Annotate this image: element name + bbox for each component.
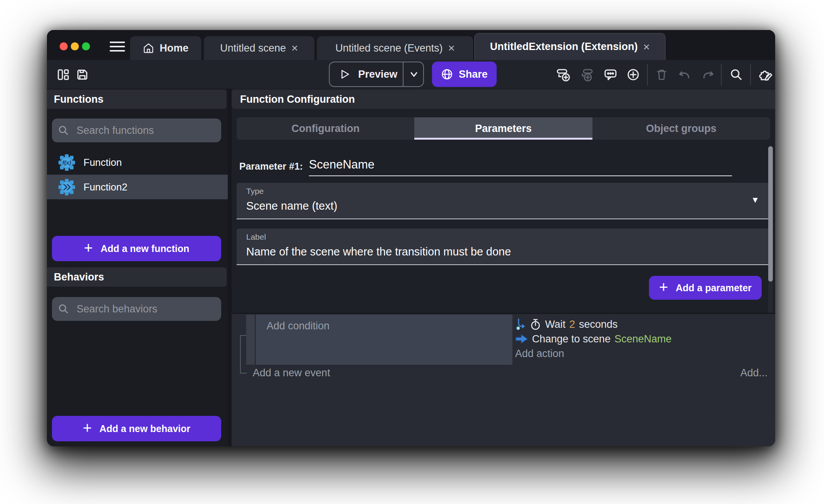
function2-icon [58, 178, 76, 196]
event-gutter[interactable] [246, 315, 255, 365]
add-behavior-button[interactable]: + Add a new behavior [52, 416, 221, 441]
async-icon [515, 318, 526, 330]
dropdown-caret-icon[interactable]: ▼ [751, 195, 759, 205]
play-icon [338, 68, 351, 81]
event-actions-panel: Wait 2 seconds Change to scene SceneName… [515, 317, 769, 361]
svg-text:f(x): f(x) [62, 160, 71, 166]
events-sheet: Add condition [232, 313, 775, 446]
main-menu-icon[interactable] [110, 42, 125, 52]
functions-section-header: Functions [47, 90, 227, 109]
tab-parameters[interactable]: Parameters [414, 117, 592, 140]
close-tab-icon[interactable]: × [448, 42, 455, 54]
plus-icon: + [84, 240, 93, 255]
tab-untitled-scene[interactable]: Untitled scene × [204, 36, 314, 60]
parameter-name-input[interactable]: SceneName [309, 158, 375, 172]
tab-untitled-extension[interactable]: UntitledExtension (Extension) × [474, 33, 666, 60]
search-icon [57, 303, 70, 315]
add-action-link[interactable]: Add action [515, 346, 769, 361]
search-behaviors-box[interactable] [52, 297, 221, 321]
tab-configuration[interactable]: Configuration [237, 117, 414, 140]
close-tab-icon[interactable]: × [643, 41, 650, 53]
function-options-kebab-icon[interactable] [209, 159, 217, 166]
preview-button[interactable]: Preview [329, 62, 424, 87]
zoom-window-button[interactable] [82, 42, 90, 50]
scene-name-value: SceneName [614, 333, 672, 345]
function-icon: f(x) [58, 154, 76, 172]
panel-title: Function Configuration [232, 90, 775, 109]
function-name: Function [83, 157, 209, 169]
add-more-link[interactable]: Add... [740, 367, 767, 379]
share-label: Share [459, 68, 487, 80]
save-icon[interactable] [75, 67, 90, 82]
share-button[interactable]: Share [432, 62, 497, 87]
change-scene-arrow-icon [515, 334, 528, 344]
scrollbar-thumb[interactable] [768, 146, 773, 282]
type-field-value: Scene name (text) [246, 200, 337, 212]
function-list-item-selected[interactable]: Function2 [47, 175, 228, 199]
type-field-label: Type [246, 187, 264, 196]
add-function-button[interactable]: + Add a new function [52, 236, 221, 261]
preview-label: Preview [358, 68, 397, 80]
tab-label: UntitledExtension (Extension) [490, 41, 638, 53]
function-list-item[interactable]: f(x) Function [47, 150, 228, 175]
edit-extension-icon[interactable] [758, 67, 773, 82]
tab-label: Untitled scene (Events) [335, 42, 443, 54]
add-comment-icon[interactable] [603, 67, 618, 82]
toggle-panels-icon[interactable] [55, 67, 71, 82]
app-window: Home Untitled scene × Untitled scene (Ev… [47, 30, 775, 446]
add-parameter-button[interactable]: + Add a parameter [649, 276, 762, 300]
delete-icon[interactable] [654, 67, 669, 82]
label-field-value: Name of the scene where the transition m… [246, 245, 511, 258]
function-options-kebab-icon[interactable] [209, 183, 217, 191]
tab-object-groups[interactable]: Object groups [592, 117, 770, 140]
action-change-scene[interactable]: Change to scene SceneName [515, 332, 769, 346]
wait-seconds-value: 2 [569, 319, 575, 330]
search-icon [57, 124, 70, 137]
parameter-number-label: Parameter #1: [239, 161, 303, 172]
undo-icon[interactable] [677, 67, 692, 82]
redo-icon[interactable] [700, 67, 716, 82]
parameter-header-row: Parameter #1: SceneName [239, 158, 766, 175]
titlebar: Home Untitled scene × Untitled scene (Ev… [47, 30, 775, 60]
search-functions-input[interactable] [77, 125, 203, 137]
label-field-label: Label [246, 232, 266, 242]
label-text-field[interactable]: Label Name of the scene where the transi… [237, 229, 770, 265]
home-icon [143, 42, 154, 54]
tab-label: Untitled scene [220, 42, 286, 54]
function-name: Function2 [83, 181, 209, 193]
search-functions-box[interactable] [52, 118, 221, 142]
tab-untitled-scene-events[interactable]: Untitled scene (Events) × [317, 36, 473, 60]
globe-icon [441, 68, 453, 80]
stopwatch-icon [530, 318, 541, 330]
close-tab-icon[interactable]: × [291, 42, 298, 54]
behaviors-section-header: Behaviors [47, 267, 227, 287]
add-condition-link[interactable]: Add condition [267, 320, 330, 332]
event-conditions-panel[interactable]: Add condition [256, 315, 512, 365]
search-behaviors-input[interactable] [77, 303, 203, 315]
search-icon[interactable] [729, 67, 744, 82]
add-new-event-link[interactable]: Add a new event [253, 367, 330, 379]
preview-options-chevron-icon[interactable] [408, 70, 420, 79]
minimize-window-button[interactable] [71, 42, 79, 50]
tab-home[interactable]: Home [130, 36, 201, 60]
add-subevent-icon[interactable] [580, 67, 595, 82]
add-event-icon[interactable] [555, 67, 571, 82]
plus-icon: + [659, 279, 668, 295]
plus-icon: + [83, 420, 92, 436]
parameter-options-kebab-icon[interactable] [751, 161, 759, 169]
add-circle-icon[interactable] [626, 67, 641, 82]
function-configuration-panel: Function Configuration Configuration Par… [232, 88, 775, 446]
close-window-button[interactable] [60, 42, 68, 50]
type-select-field[interactable]: Type Scene name (text) ▼ [237, 183, 770, 219]
action-wait[interactable]: Wait 2 seconds [515, 317, 769, 332]
configuration-tabs: Configuration Parameters Object groups [237, 117, 770, 140]
sidebar: Functions [47, 88, 228, 446]
tab-label: Home [160, 42, 188, 54]
toolbar: Preview Share [47, 60, 775, 88]
